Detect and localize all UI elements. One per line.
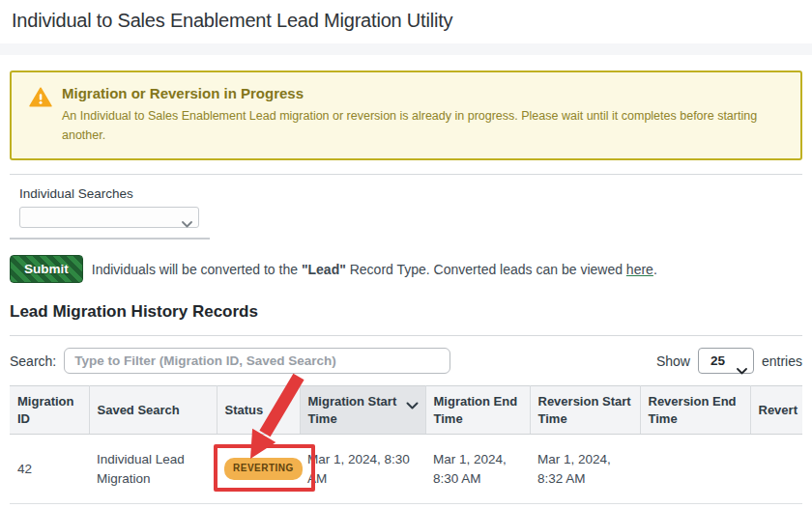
record-type-bold: "Lead" <box>302 262 346 277</box>
table-row: 42 Individual Lead Migration REVERTING M… <box>10 435 802 504</box>
search-label: Search: <box>10 353 56 369</box>
header-band <box>0 43 812 55</box>
table-controls: Search: Show 25 entries <box>10 348 802 374</box>
warning-title: Migration or Reversion in Progress <box>62 85 783 101</box>
table-header-row: Migration ID Saved Search Status Migrati… <box>10 386 802 435</box>
chevron-down-icon <box>182 214 192 234</box>
cell-saved-search: Individual Lead Migration <box>89 435 217 504</box>
cell-revert <box>750 435 802 504</box>
individual-searches-label: Individual Searches <box>19 186 812 201</box>
divider <box>10 174 802 175</box>
table-filter-input[interactable] <box>64 348 450 374</box>
show-entries-group: Show 25 entries <box>656 348 802 374</box>
col-header-saved-search[interactable]: Saved Search <box>89 386 217 435</box>
page-size-value: 25 <box>710 353 725 368</box>
cell-reversion-start: Mar 1, 2024, 8:32 AM <box>530 435 640 504</box>
warning-banner: Migration or Reversion in Progress An In… <box>10 71 802 160</box>
col-header-status[interactable]: Status <box>217 386 300 435</box>
col-header-migration-end-time[interactable]: Migration End Time <box>425 386 530 435</box>
entries-label: entries <box>762 353 802 369</box>
status-badge-wrap: REVERTING <box>224 458 303 480</box>
note-suffix: . <box>653 262 657 277</box>
col-header-reversion-end-time[interactable]: Reversion End Time <box>640 386 750 435</box>
col-header-migration-id[interactable]: Migration ID <box>10 386 89 435</box>
status-badge: REVERTING <box>224 458 303 480</box>
show-label: Show <box>656 353 690 369</box>
sorted-column-label: Migration Start Time <box>308 394 397 426</box>
cell-reversion-end <box>640 435 750 504</box>
chevron-down-icon <box>737 358 747 382</box>
search-group: Search: <box>10 348 450 374</box>
warning-triangle-icon <box>29 85 52 145</box>
history-heading: Lead Migration History Records <box>10 302 812 322</box>
submit-row: Submit Individuals will be converted to … <box>10 255 802 283</box>
cell-status: REVERTING <box>217 435 300 504</box>
history-table: Migration ID Saved Search Status Migrati… <box>10 385 802 504</box>
cell-migration-end: Mar 1, 2024, 8:30 AM <box>425 435 530 504</box>
warning-content: Migration or Reversion in Progress An In… <box>62 85 783 145</box>
warning-message: An Individual to Sales Enablement Lead m… <box>62 106 783 145</box>
divider <box>10 335 802 336</box>
page-size-select[interactable]: 25 <box>698 348 754 374</box>
cell-migration-id: 42 <box>10 435 89 504</box>
col-header-reversion-start-time[interactable]: Reversion Start Time <box>530 386 640 435</box>
divider-short <box>10 238 210 240</box>
individual-searches-select[interactable] <box>19 207 199 228</box>
col-header-revert[interactable]: Revert <box>750 386 802 435</box>
col-header-migration-start-time[interactable]: Migration Start Time <box>300 386 425 435</box>
note-prefix: Individuals will be converted to the <box>92 262 302 277</box>
submit-button[interactable]: Submit <box>10 255 83 283</box>
sort-chevron-down-icon <box>406 397 419 414</box>
cell-migration-start: Mar 1, 2024, 8:30 AM <box>300 435 425 504</box>
note-middle: Record Type. Converted leads can be view… <box>346 262 626 277</box>
converted-leads-link[interactable]: here <box>626 262 653 277</box>
page-title: Individual to Sales Enablement Lead Migr… <box>12 10 800 32</box>
submit-note: Individuals will be converted to the "Le… <box>92 262 657 277</box>
